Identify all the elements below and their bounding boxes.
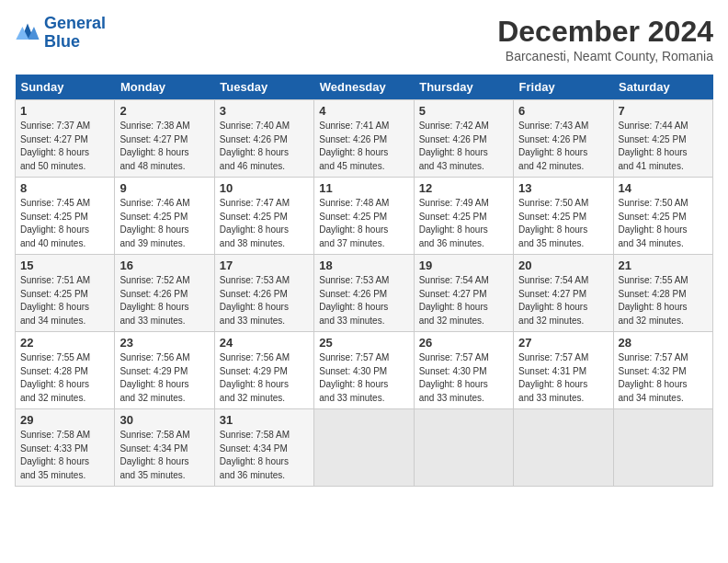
- day-number: 30: [119, 413, 209, 427]
- day-number: 8: [20, 181, 109, 195]
- calendar-cell: 11Sunrise: 7:48 AM Sunset: 4:25 PM Dayli…: [314, 178, 414, 255]
- day-info: Sunrise: 7:46 AM Sunset: 4:25 PM Dayligh…: [119, 197, 209, 250]
- day-info: Sunrise: 7:41 AM Sunset: 4:26 PM Dayligh…: [319, 120, 408, 173]
- day-number: 11: [319, 181, 408, 195]
- day-number: 6: [518, 104, 608, 118]
- header-day-friday: Friday: [514, 75, 613, 100]
- day-info: Sunrise: 7:57 AM Sunset: 4:31 PM Dayligh…: [518, 351, 608, 405]
- day-info: Sunrise: 7:57 AM Sunset: 4:32 PM Dayligh…: [619, 351, 708, 405]
- day-info: Sunrise: 7:49 AM Sunset: 4:25 PM Dayligh…: [419, 197, 508, 250]
- day-info: Sunrise: 7:44 AM Sunset: 4:25 PM Dayligh…: [619, 120, 708, 173]
- day-info: Sunrise: 7:45 AM Sunset: 4:25 PM Dayligh…: [20, 197, 109, 250]
- page-header: General Blue December 2024 Barcanesti, N…: [15, 15, 713, 63]
- calendar-cell: 18Sunrise: 7:53 AM Sunset: 4:26 PM Dayli…: [314, 255, 414, 332]
- calendar-cell: [514, 409, 613, 487]
- week-row-4: 22Sunrise: 7:55 AM Sunset: 4:28 PM Dayli…: [16, 332, 713, 409]
- day-info: Sunrise: 7:51 AM Sunset: 4:25 PM Dayligh…: [20, 274, 109, 327]
- month-title: December 2024: [497, 15, 713, 49]
- day-number: 12: [419, 181, 508, 195]
- day-number: 27: [518, 336, 608, 350]
- day-info: Sunrise: 7:50 AM Sunset: 4:25 PM Dayligh…: [518, 197, 608, 250]
- day-number: 4: [319, 104, 408, 118]
- header-day-thursday: Thursday: [414, 75, 513, 100]
- day-info: Sunrise: 7:43 AM Sunset: 4:26 PM Dayligh…: [518, 120, 608, 173]
- day-number: 21: [619, 259, 708, 272]
- day-info: Sunrise: 7:40 AM Sunset: 4:26 PM Dayligh…: [220, 120, 309, 173]
- day-info: Sunrise: 7:55 AM Sunset: 4:28 PM Dayligh…: [619, 274, 708, 327]
- day-info: Sunrise: 7:53 AM Sunset: 4:26 PM Dayligh…: [319, 274, 408, 327]
- header-day-wednesday: Wednesday: [314, 75, 414, 100]
- day-info: Sunrise: 7:38 AM Sunset: 4:27 PM Dayligh…: [119, 120, 209, 173]
- calendar-cell: [613, 409, 712, 487]
- calendar-cell: 4Sunrise: 7:41 AM Sunset: 4:26 PM Daylig…: [314, 100, 414, 178]
- day-number: 5: [419, 104, 508, 118]
- day-info: Sunrise: 7:56 AM Sunset: 4:29 PM Dayligh…: [220, 351, 309, 405]
- calendar-cell: 28Sunrise: 7:57 AM Sunset: 4:32 PM Dayli…: [613, 332, 712, 409]
- header-day-monday: Monday: [115, 75, 214, 100]
- day-info: Sunrise: 7:57 AM Sunset: 4:30 PM Dayligh…: [419, 351, 508, 405]
- day-number: 29: [20, 413, 109, 427]
- calendar-table: SundayMondayTuesdayWednesdayThursdayFrid…: [15, 75, 713, 487]
- day-info: Sunrise: 7:55 AM Sunset: 4:28 PM Dayligh…: [20, 351, 109, 405]
- day-number: 14: [619, 181, 708, 195]
- day-number: 17: [220, 259, 309, 272]
- calendar-cell: 16Sunrise: 7:52 AM Sunset: 4:26 PM Dayli…: [115, 255, 214, 332]
- day-number: 9: [119, 181, 209, 195]
- calendar-cell: [414, 409, 513, 487]
- day-info: Sunrise: 7:54 AM Sunset: 4:27 PM Dayligh…: [419, 274, 508, 327]
- day-number: 10: [220, 181, 309, 195]
- calendar-cell: 20Sunrise: 7:54 AM Sunset: 4:27 PM Dayli…: [514, 255, 613, 332]
- logo-line2: Blue: [44, 32, 80, 51]
- day-number: 1: [20, 104, 109, 118]
- week-row-3: 15Sunrise: 7:51 AM Sunset: 4:25 PM Dayli…: [16, 255, 713, 332]
- calendar-cell: 30Sunrise: 7:58 AM Sunset: 4:34 PM Dayli…: [115, 409, 214, 487]
- calendar-cell: 31Sunrise: 7:58 AM Sunset: 4:34 PM Dayli…: [214, 409, 313, 487]
- calendar-body: 1Sunrise: 7:37 AM Sunset: 4:27 PM Daylig…: [16, 100, 713, 487]
- day-number: 22: [20, 336, 109, 350]
- calendar-cell: 17Sunrise: 7:53 AM Sunset: 4:26 PM Dayli…: [214, 255, 313, 332]
- logo-line1: General: [44, 14, 106, 32]
- day-number: 26: [419, 336, 508, 350]
- day-info: Sunrise: 7:52 AM Sunset: 4:26 PM Dayligh…: [119, 274, 209, 327]
- day-info: Sunrise: 7:47 AM Sunset: 4:25 PM Dayligh…: [220, 197, 309, 250]
- calendar-cell: 5Sunrise: 7:42 AM Sunset: 4:26 PM Daylig…: [414, 100, 513, 178]
- header-day-tuesday: Tuesday: [214, 75, 313, 100]
- calendar-cell: 22Sunrise: 7:55 AM Sunset: 4:28 PM Dayli…: [16, 332, 115, 409]
- calendar-cell: 21Sunrise: 7:55 AM Sunset: 4:28 PM Dayli…: [613, 255, 712, 332]
- day-number: 7: [619, 104, 708, 118]
- calendar-header-row: SundayMondayTuesdayWednesdayThursdayFrid…: [16, 75, 713, 100]
- day-number: 25: [319, 336, 408, 350]
- day-number: 28: [619, 336, 708, 350]
- calendar-cell: 25Sunrise: 7:57 AM Sunset: 4:30 PM Dayli…: [314, 332, 414, 409]
- title-block: December 2024 Barcanesti, Neamt County, …: [497, 15, 713, 63]
- day-info: Sunrise: 7:56 AM Sunset: 4:29 PM Dayligh…: [119, 351, 209, 405]
- calendar-cell: 26Sunrise: 7:57 AM Sunset: 4:30 PM Dayli…: [414, 332, 513, 409]
- calendar-cell: 19Sunrise: 7:54 AM Sunset: 4:27 PM Dayli…: [414, 255, 513, 332]
- day-info: Sunrise: 7:53 AM Sunset: 4:26 PM Dayligh…: [220, 274, 309, 327]
- logo: General Blue: [15, 15, 106, 52]
- day-number: 2: [119, 104, 209, 118]
- day-number: 13: [518, 181, 608, 195]
- calendar-cell: 8Sunrise: 7:45 AM Sunset: 4:25 PM Daylig…: [16, 178, 115, 255]
- calendar-cell: 10Sunrise: 7:47 AM Sunset: 4:25 PM Dayli…: [214, 178, 313, 255]
- calendar-cell: 2Sunrise: 7:38 AM Sunset: 4:27 PM Daylig…: [115, 100, 214, 178]
- day-info: Sunrise: 7:58 AM Sunset: 4:34 PM Dayligh…: [119, 429, 209, 482]
- day-number: 23: [119, 336, 209, 350]
- calendar-cell: 12Sunrise: 7:49 AM Sunset: 4:25 PM Dayli…: [414, 178, 513, 255]
- week-row-2: 8Sunrise: 7:45 AM Sunset: 4:25 PM Daylig…: [16, 178, 713, 255]
- location-title: Barcanesti, Neamt County, Romania: [497, 49, 713, 63]
- day-info: Sunrise: 7:58 AM Sunset: 4:33 PM Dayligh…: [20, 429, 109, 482]
- day-number: 18: [319, 259, 408, 272]
- calendar-cell: 7Sunrise: 7:44 AM Sunset: 4:25 PM Daylig…: [613, 100, 712, 178]
- calendar-cell: 23Sunrise: 7:56 AM Sunset: 4:29 PM Dayli…: [115, 332, 214, 409]
- week-row-1: 1Sunrise: 7:37 AM Sunset: 4:27 PM Daylig…: [16, 100, 713, 178]
- day-number: 20: [518, 259, 608, 272]
- day-info: Sunrise: 7:57 AM Sunset: 4:30 PM Dayligh…: [319, 351, 408, 405]
- calendar-cell: 24Sunrise: 7:56 AM Sunset: 4:29 PM Dayli…: [214, 332, 313, 409]
- day-number: 19: [419, 259, 508, 272]
- day-info: Sunrise: 7:37 AM Sunset: 4:27 PM Dayligh…: [20, 120, 109, 173]
- day-number: 24: [220, 336, 309, 350]
- day-number: 3: [220, 104, 309, 118]
- calendar-cell: 14Sunrise: 7:50 AM Sunset: 4:25 PM Dayli…: [613, 178, 712, 255]
- day-number: 16: [119, 259, 209, 272]
